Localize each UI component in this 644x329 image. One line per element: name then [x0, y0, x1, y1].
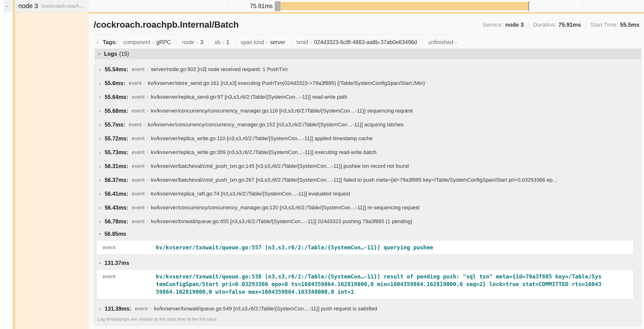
log-field-value: kv/kvserver/concurrency/concurrency_mana…	[148, 122, 404, 128]
log-row[interactable]: ›55.7ms:event=kv/kvserver/concurrency/co…	[95, 118, 641, 132]
log-row[interactable]: ›55.73ms:event=kv/kvserver/replica_write…	[95, 146, 641, 159]
log-expand-chevron-icon[interactable]: ›	[99, 94, 101, 100]
log-expand-chevron-icon[interactable]: ›	[99, 306, 101, 312]
equals-sign: =	[146, 150, 149, 155]
log-row[interactable]: ›56.43ms:event=kv/kvserver/concurrency/c…	[95, 201, 641, 214]
span-service-name[interactable]: node 3	[18, 2, 38, 10]
log-expand-chevron-icon[interactable]: ›	[99, 66, 101, 73]
equals-sign: =	[146, 219, 149, 224]
span-name-row[interactable]: › node 3 /cockroach.roach…	[4, 0, 89, 12]
log-field-value: kv/kvserver/concurrency/concurrency_mana…	[151, 108, 413, 114]
start-time-value: 55.5ms	[620, 22, 640, 28]
log-collapse-chevron-icon[interactable]: ›	[97, 233, 103, 234]
log-row[interactable]: ›56.78ms:event=kv/kvserver/txnwait/queue…	[95, 214, 641, 228]
log-field-value: kv/kvserver/txnwait/queue.go:455 [n3,s3,…	[151, 218, 412, 224]
equals-sign: =	[146, 164, 149, 169]
timeline-main: 75.91ms /cockroach.roachpb.Internal/Batc…	[89, 0, 644, 329]
equals-sign: =	[266, 40, 268, 45]
log-row[interactable]: ›55.54ms:event=server/node.go:902 [n3] n…	[95, 62, 641, 76]
span-end-marker	[528, 1, 529, 11]
log-expand-chevron-icon[interactable]: ›	[99, 163, 101, 170]
tag-unfinished: unfinished=	[428, 39, 459, 46]
log-expand-chevron-icon[interactable]: ›	[99, 135, 101, 142]
equals-sign: =	[310, 40, 312, 45]
log-row[interactable]: ›55.72ms:event=kv/kvserver/replica_write…	[95, 132, 641, 146]
tag-value: 1	[226, 39, 229, 46]
log-expand-chevron-icon[interactable]: ›	[99, 204, 101, 211]
log-expand-chevron-icon[interactable]: ›	[99, 108, 101, 114]
start-time-label: Start Time:	[590, 22, 618, 28]
collapse-span-chevron-icon[interactable]: ›	[4, 5, 11, 8]
equals-sign: =	[146, 67, 149, 72]
tag-value: gRPC	[156, 39, 171, 46]
duration-label: Duration:	[533, 22, 556, 28]
equals-sign: =	[146, 95, 149, 100]
log-timestamp: 55.6ms:	[105, 80, 125, 86]
log-row[interactable]: ›55.6ms:event=kv/kvserver/store_send.go:…	[95, 76, 641, 90]
logs-header[interactable]: › Logs (15)	[95, 49, 641, 59]
log-timestamp: 55.73ms:	[105, 149, 128, 156]
log-field-value: kv/kvserver/replica_send.go:97 [n3,s3,r6…	[151, 94, 347, 100]
equals-sign: =	[146, 192, 149, 196]
trace-detail-page: › node 3 /cockroach.roach… 75.91ms /cock…	[0, 0, 644, 329]
log-timestamp: 56.78ms:	[105, 218, 128, 225]
log-expand-chevron-icon[interactable]: ›	[99, 190, 101, 198]
log-row[interactable]: ›55.64ms:event=kv/kvserver/replica_send.…	[95, 90, 641, 104]
equals-sign: =	[455, 40, 458, 45]
log-row-expanded-header[interactable]: ›131.37ms	[95, 258, 641, 268]
log-timestamp: 56.85ms	[104, 231, 126, 237]
log-expand-chevron-icon[interactable]: ›	[99, 218, 101, 225]
logs-title: Logs	[104, 51, 117, 57]
log-timestamp: 55.72ms:	[105, 136, 128, 142]
log-expand-chevron-icon[interactable]: ›	[99, 149, 101, 156]
log-field-key: event	[129, 80, 142, 86]
log-expand-chevron-icon[interactable]: ›	[99, 80, 101, 87]
log-row[interactable]: ›131.39ms:event=kv/kvserver/txnwait/queu…	[95, 302, 641, 316]
log-field-key: event	[132, 191, 145, 197]
log-field-key: event	[97, 273, 156, 296]
ruler-gridline	[582, 0, 582, 12]
log-collapse-chevron-icon[interactable]: ›	[97, 262, 103, 264]
log-row-expanded-header[interactable]: ›56.85ms	[95, 228, 641, 239]
log-row[interactable]: ›56.31ms:event=kv/kvserver/batcheval/cmd…	[95, 159, 641, 173]
log-row[interactable]: ›56.37ms:event=kv/kvserver/batcheval/cmd…	[95, 173, 641, 187]
log-row[interactable]: ›56.41ms:event=kv/kvserver/replica_raft.…	[95, 187, 641, 201]
tag-key: txnid	[296, 39, 308, 46]
log-timestamp: 55.68ms:	[105, 108, 128, 114]
log-expand-chevron-icon[interactable]: ›	[99, 121, 101, 128]
log-expand-chevron-icon[interactable]: ›	[99, 177, 101, 184]
log-timestamp: 56.43ms:	[105, 204, 128, 211]
tags-expand-chevron-icon[interactable]: ›	[96, 39, 98, 46]
duration-value: 75.91ms	[558, 22, 581, 28]
span-duration-label: 75.91ms	[217, 2, 273, 10]
log-timestamp: 131.39ms:	[105, 306, 131, 312]
selected-span-highlight	[15, 0, 89, 329]
logs-count: (15)	[119, 51, 129, 57]
log-timestamp: 56.41ms:	[105, 191, 128, 197]
log-field-key: event	[132, 177, 145, 183]
log-row[interactable]: ›55.68ms:event=kv/kvserver/concurrency/c…	[95, 104, 641, 118]
log-timestamp: 55.64ms:	[105, 94, 128, 100]
log-field-key: event	[132, 66, 145, 72]
log-field-key: event	[132, 149, 145, 156]
panel-divider	[94, 34, 640, 34]
tags-row[interactable]: › Tags: component=gRPCnode=3sb=1span.kin…	[94, 38, 640, 46]
timeline-ruler: 75.91ms	[89, 0, 644, 12]
tag-key: span.kind	[240, 39, 264, 46]
tag-divider	[422, 38, 423, 46]
log-field-value: kv/kvserver/replica_raft.go:74 [n3,s3,r6…	[151, 191, 350, 197]
log-field-value: kv/kvserver/replica_write.go:359 [n3,s3,…	[151, 149, 376, 156]
log-timestamp: 55.54ms:	[105, 66, 128, 73]
log-timestamp: 131.37ms	[104, 260, 129, 266]
service-label: Service:	[482, 22, 503, 28]
span-operation-name[interactable]: /cockroach.roach…	[41, 3, 84, 9]
log-field-key: event	[132, 108, 145, 114]
tag-value: server	[270, 39, 285, 46]
left-rail	[0, 0, 4, 329]
log-field-key: event	[97, 244, 156, 251]
log-field-value: kv/kvserver/concurrency/concurrency_mana…	[151, 204, 420, 211]
span-duration-bar[interactable]	[280, 2, 529, 10]
log-field-key: event	[132, 136, 145, 142]
logs-collapse-chevron-icon[interactable]: ›	[96, 53, 102, 55]
log-field-value: kv/kvserver/replica_write.go:110 [n3,s3,…	[151, 136, 372, 142]
